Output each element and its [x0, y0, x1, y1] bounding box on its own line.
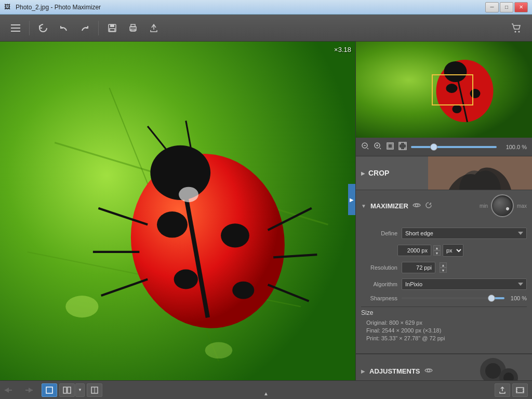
svg-rect-68	[516, 389, 517, 390]
svg-rect-0	[11, 24, 20, 25]
maximizer-header[interactable]: ▼ MAXIMIZER min max	[356, 190, 532, 221]
zoom-in-icon[interactable]	[374, 142, 382, 152]
zoom-multiplier: ×3.18	[334, 46, 351, 54]
resolution-input[interactable]	[402, 262, 435, 273]
bottom-toolbar: ▼ ▲	[0, 380, 532, 399]
thumbnail-area[interactable]	[356, 42, 532, 138]
adjustments-eye-icon[interactable]	[424, 367, 433, 375]
undo-button[interactable]	[55, 19, 73, 37]
maximizer-dial[interactable]	[491, 194, 514, 217]
window-title: Photo_2.jpg - Photo Maximizer	[16, 4, 485, 11]
rotate-button[interactable]	[87, 383, 102, 397]
define-row: Define Short edge Long edge Width Height	[361, 228, 527, 239]
fill-view-icon[interactable]	[398, 142, 407, 152]
svg-rect-67	[516, 388, 524, 393]
define-label: Define	[361, 230, 397, 236]
crop-section: ▶ CROP	[356, 156, 532, 190]
svg-point-51	[415, 204, 418, 207]
svg-marker-61	[29, 388, 33, 393]
sharpness-label: Sharpness	[361, 295, 397, 301]
maximizer-section: ▼ MAXIMIZER min max	[356, 190, 532, 354]
pixel-value-input[interactable]	[397, 245, 431, 256]
svg-rect-63	[63, 387, 66, 393]
size-section: Size Original: 800 × 629 px Final: 2544 …	[361, 307, 527, 347]
right-collapse-button[interactable]: ▶	[348, 184, 355, 215]
dial-max-label: max	[517, 203, 527, 209]
svg-rect-64	[68, 387, 71, 393]
filmstrip-button[interactable]	[512, 383, 528, 397]
sharpness-slider[interactable]	[402, 297, 504, 299]
crop-title: ▶ CROP	[361, 169, 389, 177]
view-single-button[interactable]	[42, 383, 57, 397]
app-icon: 🖼	[4, 3, 12, 11]
pixel-up-button[interactable]: ▲	[433, 245, 441, 250]
sharpness-row: Sharpness 100 %	[361, 295, 527, 301]
pixel-input-group: ▲ ▼ px in cm	[397, 244, 527, 257]
resolution-up-button[interactable]: ▲	[440, 262, 447, 268]
maximizer-reset-icon[interactable]	[425, 202, 432, 210]
svg-point-16	[205, 342, 233, 359]
window-controls: ─ □ ✕	[485, 2, 528, 12]
svg-rect-7	[131, 24, 135, 27]
dial-min-label: min	[480, 203, 488, 209]
svg-rect-71	[523, 391, 524, 392]
resolution-down-button[interactable]: ▼	[440, 268, 447, 273]
export-button[interactable]	[144, 19, 163, 37]
define-select[interactable]: Short edge Long edge Width Height	[402, 228, 527, 239]
maximizer-eye-icon[interactable]	[413, 202, 421, 210]
toolbar-separator-2	[98, 21, 99, 35]
minimize-button[interactable]: ─	[485, 2, 499, 12]
crop-arrow-icon: ▶	[361, 170, 365, 176]
svg-rect-70	[523, 389, 524, 390]
compare-dropdown-button[interactable]: ▼	[75, 383, 85, 397]
svg-rect-69	[516, 391, 517, 392]
svg-marker-59	[5, 388, 9, 393]
right-scroll-area[interactable]: ▶ CROP ▼ MAXIMIZER min	[356, 156, 532, 380]
crop-header-background	[428, 156, 532, 190]
svg-rect-48	[388, 144, 392, 148]
maximizer-body: Define Short edge Long edge Width Height…	[356, 221, 532, 353]
menu-button[interactable]	[6, 19, 25, 37]
adjustments-header[interactable]: ▶ ADJUSTMENTS	[356, 354, 532, 380]
svg-rect-49	[399, 142, 406, 150]
adjustments-header-bg	[428, 354, 532, 380]
print-size: Print: 35.33" × 27.78" @ 72 ppi	[361, 335, 527, 341]
svg-point-54	[485, 363, 501, 379]
svg-rect-8	[131, 29, 135, 31]
title-bar: 🖼 Photo_2.jpg - Photo Maximizer ─ □ ✕	[0, 0, 532, 15]
svg-line-42	[367, 148, 368, 149]
unit-select[interactable]: px in cm	[443, 244, 463, 257]
zoom-slider[interactable]	[411, 146, 497, 148]
dial-container: min max	[480, 194, 527, 217]
svg-point-20	[157, 211, 188, 238]
main-toolbar	[0, 15, 532, 42]
zoom-controls: 100.0 %	[356, 138, 532, 156]
expand-panel-button[interactable]: ▲	[261, 391, 271, 396]
print-button[interactable]	[124, 19, 142, 37]
next-image-button[interactable]	[20, 383, 33, 397]
svg-rect-1	[11, 28, 20, 29]
adjustments-title: ADJUSTMENTS	[369, 367, 420, 375]
photo-canvas	[0, 42, 355, 380]
undo-history-button[interactable]	[34, 19, 52, 37]
maximizer-arrow-icon: ▼	[361, 203, 366, 209]
final-size: Final: 2544 × 2000 px (×3.18)	[361, 327, 527, 334]
pixel-down-button[interactable]: ▼	[433, 250, 441, 256]
photo-panel[interactable]: ×3.18	[0, 42, 355, 380]
save-button[interactable]	[103, 19, 122, 37]
fit-view-icon[interactable]	[386, 142, 394, 152]
close-button[interactable]: ✕	[514, 2, 528, 12]
maximizer-title: MAXIMIZER	[370, 202, 408, 210]
zoom-out-icon[interactable]	[361, 142, 369, 152]
redo-button[interactable]	[75, 19, 94, 37]
cart-button[interactable]	[507, 19, 526, 37]
svg-rect-2	[11, 31, 20, 32]
compare-button[interactable]	[59, 383, 75, 397]
original-size: Original: 800 × 629 px	[361, 320, 527, 326]
svg-point-39	[453, 105, 462, 113]
algorithm-select[interactable]: InPixio Lanczos Bicubic	[402, 278, 527, 290]
upload-button[interactable]	[495, 383, 510, 397]
prev-image-button[interactable]	[4, 383, 18, 397]
crop-header[interactable]: ▶ CROP	[356, 156, 532, 190]
maximize-button[interactable]: □	[500, 2, 513, 12]
